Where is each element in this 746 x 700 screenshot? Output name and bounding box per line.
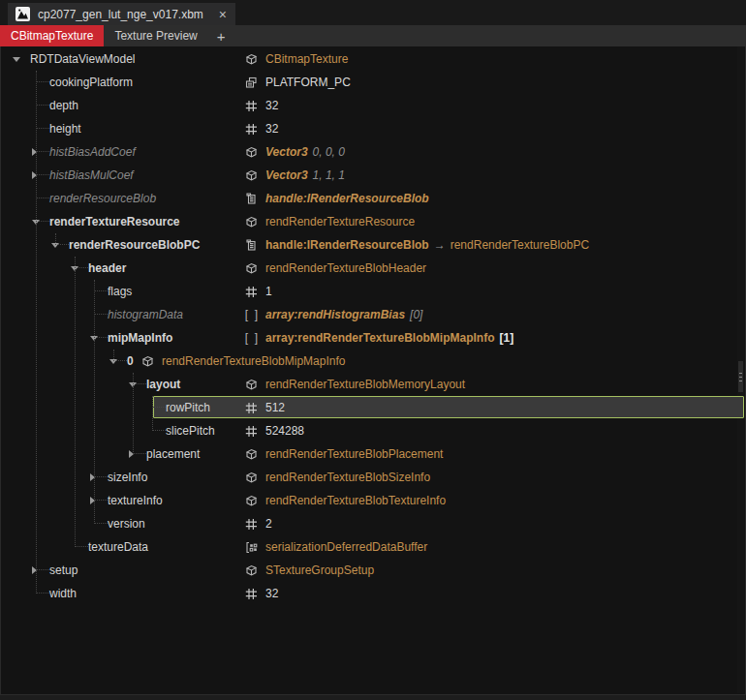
tree-row-placement[interactable]: placementrendRenderTextureBlobPlacement	[1, 442, 745, 466]
tree-row-textureData[interactable]: textureDataserializationDeferredDataBuff…	[1, 535, 745, 559]
tree-guide-connector	[37, 128, 49, 129]
class-icon	[244, 260, 259, 276]
tree-row-RDTDataViewModel[interactable]: RDTDataViewModelCBitmapTexture	[1, 47, 745, 71]
property-value: serializationDeferredDataBuffer	[244, 539, 427, 555]
property-value: 2	[244, 516, 272, 532]
tree-guide-connector	[95, 476, 108, 477]
class-icon	[244, 563, 259, 578]
tree-guide-connector	[37, 105, 49, 106]
tree-guide-line	[36, 71, 37, 593]
tree-row-rowPitch[interactable]: rowPitch512	[1, 396, 745, 419]
file-tab-title: cp2077_gen_lut_nge_v017.xbm	[38, 8, 203, 21]
tree-row-width[interactable]: width32	[1, 582, 745, 605]
property-value: rendRenderTextureBlobMemoryLayout	[244, 377, 465, 392]
property-name: placement	[146, 447, 200, 461]
value-text: 32	[265, 587, 278, 600]
tree-row-renderResourceBlobPC[interactable]: renderResourceBlobPChandle:IRenderResour…	[1, 233, 745, 257]
value-text: [0]	[410, 308, 422, 321]
array-icon: [ ]	[244, 330, 259, 346]
tree-guide-connector	[95, 290, 108, 291]
property-tree-panel: RDTDataViewModelCBitmapTexturecookingPla…	[0, 46, 746, 695]
tree-guide-connector	[95, 523, 108, 524]
property-value: [ ]array:rendHistogramBias[0]	[244, 307, 422, 322]
tree-row-renderTextureResource[interactable]: renderTextureResourcerendRenderTextureRe…	[1, 210, 745, 233]
property-name: cookingPlatform	[49, 76, 133, 89]
close-icon[interactable]: ×	[219, 8, 227, 21]
tree-row-setup[interactable]: setupSTextureGroupSetup	[1, 559, 745, 582]
value-text: 512	[265, 401, 285, 414]
tree-row-version[interactable]: version2	[1, 512, 745, 535]
tree-guide-line	[55, 233, 56, 245]
value-text: STextureGroupSetup	[265, 563, 374, 577]
value-text: Vector3	[265, 145, 308, 159]
class-icon	[244, 446, 259, 462]
property-name: layout	[146, 378, 180, 391]
tree-guide-line	[152, 396, 153, 431]
tree-row-histogramData[interactable]: histogramData[ ]array:rendHistogramBias[…	[1, 303, 745, 326]
value-text: Vector3	[265, 168, 308, 182]
file-tab-bar: cp2077_gen_lut_nge_v017.xbm ×	[0, 0, 746, 25]
value-text: 32	[265, 99, 278, 112]
tab-cbitmaptexture[interactable]: CBitmapTexture	[0, 25, 104, 46]
number-icon	[244, 121, 259, 137]
tree-row-sizeInfo[interactable]: sizeInforendRenderTextureBlobSizeInfo	[1, 466, 745, 489]
status-strip	[0, 695, 746, 700]
tree-row-mipMapInfo[interactable]: mipMapInfo[ ]array:rendRenderTextureBlob…	[1, 326, 745, 350]
class-icon	[244, 470, 259, 485]
property-name: 0	[127, 354, 134, 368]
tree-row-flags[interactable]: flags1	[1, 280, 745, 303]
tree-row-header[interactable]: headerrendRenderTextureBlobHeader	[1, 257, 745, 280]
tree-row-height[interactable]: height32	[1, 117, 745, 140]
class-icon	[244, 51, 259, 67]
property-value: Vector31, 1, 1	[244, 167, 345, 183]
tree-row-layout[interactable]: layoutrendRenderTextureBlobMemoryLayout	[1, 373, 745, 396]
tree-row-histBiasAddCoef[interactable]: histBiasAddCoefVector30, 0, 0	[1, 140, 745, 164]
file-tab[interactable]: cp2077_gen_lut_nge_v017.xbm ×	[8, 3, 235, 25]
property-name: mipMapInfo	[108, 331, 172, 345]
property-value: handle:IRenderResourceBlob→rendRenderTex…	[244, 237, 589, 253]
value-text: rendRenderTextureBlobHeader	[265, 261, 426, 275]
tree-guide-line	[133, 373, 134, 454]
property-name: renderResourceBlob	[49, 192, 156, 205]
property-value: rendRenderTextureResource	[244, 214, 415, 229]
property-name: flags	[108, 285, 132, 298]
property-value: rendRenderTextureBlobSizeInfo	[244, 470, 430, 485]
property-value: handle:IRenderResourceBlob	[244, 191, 429, 206]
number-icon	[244, 98, 259, 113]
tree-row-slicePitch[interactable]: slicePitch524288	[1, 419, 745, 442]
value-text: 1	[265, 285, 272, 298]
tree-guide-line	[75, 257, 76, 547]
tab-label: Texture Preview	[114, 29, 197, 43]
collapse-arrow-icon[interactable]	[13, 57, 20, 62]
tree-row-renderResourceBlob[interactable]: renderResourceBlobhandle:IRenderResource…	[1, 187, 745, 210]
property-name: slicePitch	[166, 424, 215, 438]
buffer-icon	[244, 539, 259, 555]
value-text: PLATFORM_PC	[265, 76, 351, 89]
property-value: 512	[244, 400, 285, 415]
add-tab-button[interactable]: +	[208, 25, 234, 46]
tree-row-cookingPlatform[interactable]: cookingPlatformPLATFORM_PC	[1, 71, 745, 94]
tree-guide-connector	[37, 174, 49, 175]
property-name: setup	[49, 563, 78, 577]
property-value: Vector30, 0, 0	[244, 144, 345, 160]
property-value: rendRenderTextureBlobPlacement	[244, 446, 443, 462]
property-name: height	[49, 122, 81, 136]
property-value: 32	[244, 98, 278, 113]
tree-guide-connector	[134, 453, 146, 454]
property-value: rendRenderTextureBlobMipMapInfo	[140, 353, 345, 369]
property-name: histogramData	[108, 308, 183, 321]
value-text: array:rendHistogramBias	[265, 308, 405, 321]
tree-row-textureInfo[interactable]: textureInforendRenderTextureBlobTextureI…	[1, 489, 745, 512]
value-text: rendRenderTextureBlobTextureInfo	[265, 494, 446, 507]
tree-row-histBiasMulCoef[interactable]: histBiasMulCoefVector31, 1, 1	[1, 164, 745, 187]
doc-tab-bar: CBitmapTexture Texture Preview +	[0, 25, 746, 46]
value-text: rendRenderTextureBlobPlacement	[265, 447, 443, 461]
wolvenkit-logo-icon	[16, 7, 30, 21]
tab-texture-preview[interactable]: Texture Preview	[104, 25, 207, 46]
tree-row-depth[interactable]: depth32	[1, 94, 745, 117]
property-name: renderResourceBlobPC	[69, 238, 200, 252]
property-name: width	[49, 587, 77, 600]
tree-guide-line	[113, 350, 114, 361]
property-value: [ ]array:rendRenderTextureBlobMipMapInfo…	[244, 330, 513, 346]
enum-icon	[244, 75, 259, 90]
